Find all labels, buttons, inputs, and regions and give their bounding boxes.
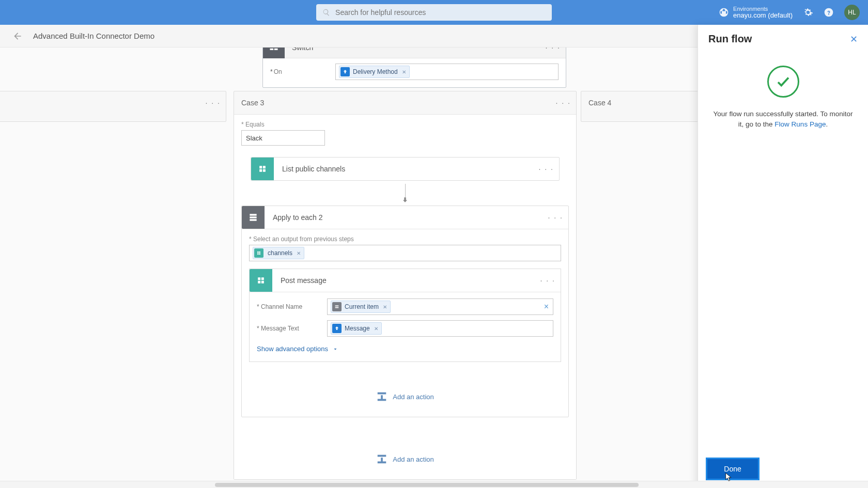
settings-icon[interactable]	[803, 7, 813, 18]
card-menu-icon[interactable]: · · ·	[540, 276, 555, 285]
channel-name-input[interactable]: Current item ✕ ×	[327, 298, 553, 315]
add-action-icon	[376, 453, 388, 465]
add-action-label: Add an action	[393, 455, 434, 463]
add-action-inner[interactable]: Add an action	[249, 391, 561, 402]
add-action-outer[interactable]: Add an action	[241, 453, 569, 465]
switch-on-label: *On	[270, 68, 335, 75]
card-menu-icon[interactable]: · · ·	[206, 99, 221, 107]
card-menu-icon[interactable]: · · ·	[548, 213, 563, 222]
environment-label: Environments	[733, 6, 793, 12]
switch-icon	[263, 48, 285, 58]
token-remove-icon[interactable]: ✕	[374, 326, 378, 332]
post-message-header[interactable]: Post message · · ·	[250, 269, 561, 292]
equals-input[interactable]	[241, 130, 325, 146]
slack-icon	[251, 158, 274, 180]
show-advanced-link[interactable]: Show advanced options	[257, 345, 338, 353]
token-label: Current item	[345, 303, 379, 310]
list-channels-card: List public channels · · ·	[251, 157, 560, 181]
card-menu-icon[interactable]: · · ·	[546, 48, 561, 52]
clear-field-icon[interactable]: ×	[544, 302, 549, 311]
app-topbar: Environments enayu.com (default) HL	[0, 0, 868, 25]
card-menu-icon[interactable]: · · ·	[539, 165, 554, 173]
back-arrow-icon[interactable]	[12, 31, 23, 41]
environment-selector[interactable]: Environments enayu.com (default)	[719, 6, 793, 19]
post-message-title: Post message	[272, 276, 327, 285]
chevron-down-icon	[332, 346, 338, 352]
search-icon	[322, 8, 330, 17]
add-action-label: Add an action	[393, 393, 434, 401]
delivery-method-token[interactable]: Delivery Method ✕	[339, 66, 410, 78]
case-column-left: · · ·	[0, 91, 226, 122]
loop-icon	[242, 206, 265, 229]
switch-on-input[interactable]: Delivery Method ✕	[335, 64, 559, 80]
token-remove-icon[interactable]: ✕	[383, 304, 387, 310]
apply-to-each-title: Apply to each 2	[265, 213, 323, 222]
list-channels-title: List public channels	[274, 165, 345, 173]
message-text-label: * Message Text	[257, 325, 327, 332]
token-label: Delivery Method	[353, 68, 398, 75]
case-4-title: Case 4	[588, 99, 611, 107]
search-box[interactable]	[316, 4, 552, 21]
case-3-column: Case 3 · · · * Equals List public channe…	[234, 91, 577, 480]
done-button[interactable]: Done	[707, 459, 758, 479]
equals-label: * Equals	[241, 121, 569, 128]
apply-to-each-card: Apply to each 2 · · · * Select an output…	[241, 206, 569, 417]
close-icon[interactable]: ✕	[850, 34, 858, 45]
run-flow-panel: Run flow ✕ Your flow run successfully st…	[698, 25, 868, 488]
slack-icon	[250, 269, 272, 292]
token-label: Message	[345, 325, 370, 332]
select-output-input[interactable]: channels ✕	[249, 245, 561, 261]
channels-token[interactable]: channels ✕	[253, 247, 304, 259]
token-label: channels	[268, 249, 292, 257]
card-menu-icon[interactable]: · · ·	[556, 99, 571, 107]
list-channels-header[interactable]: List public channels · · ·	[251, 158, 559, 180]
panel-title: Run flow	[708, 33, 752, 45]
horizontal-scrollbar[interactable]	[0, 481, 868, 488]
flow-runs-link[interactable]: Flow Runs Page	[774, 120, 826, 128]
switch-card-header[interactable]: Switch · · ·	[263, 48, 566, 58]
token-remove-icon[interactable]: ✕	[297, 250, 301, 256]
add-action-icon	[376, 391, 388, 402]
switch-card-title: Switch	[285, 48, 313, 52]
flow-title: Advanced Built-In Connector Demo	[33, 32, 154, 40]
success-check-icon	[767, 66, 799, 98]
message-text-input[interactable]: Message ✕	[327, 320, 553, 337]
channel-name-label: * Channel Name	[257, 303, 327, 310]
token-remove-icon[interactable]: ✕	[402, 69, 406, 75]
connector-arrow-icon	[241, 184, 569, 203]
case-3-title: Case 3	[241, 99, 264, 107]
user-avatar[interactable]: HL	[844, 5, 860, 20]
post-message-card: Post message · · · * Channel Name	[249, 269, 561, 362]
environment-icon	[719, 7, 729, 18]
message-token[interactable]: Message ✕	[331, 322, 382, 335]
search-input[interactable]	[335, 8, 546, 17]
apply-to-each-header[interactable]: Apply to each 2 · · ·	[242, 206, 568, 229]
case-3-header[interactable]: Case 3 · · ·	[234, 91, 576, 114]
scrollbar-thumb[interactable]	[215, 483, 639, 487]
select-output-label: * Select an output from previous steps	[249, 235, 561, 243]
topbar-right: Environments enayu.com (default) HL	[719, 0, 860, 25]
panel-message: Your flow run successfully started. To m…	[710, 109, 856, 129]
current-item-token[interactable]: Current item ✕	[331, 301, 391, 313]
environment-value: enayu.com (default)	[733, 12, 793, 19]
help-icon[interactable]	[824, 7, 834, 18]
switch-card: Switch · · · *On Delivery Method ✕	[262, 48, 566, 88]
